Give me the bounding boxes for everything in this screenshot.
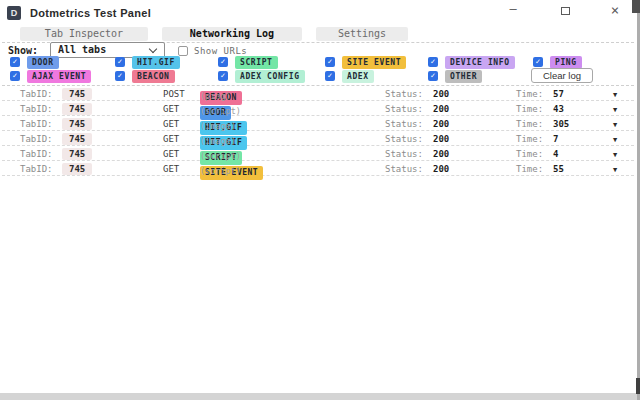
subtype-label: (script) <box>200 151 241 161</box>
tabid-label: TabID: <box>20 119 53 129</box>
log-row: TabID: 745 GET DOOR (script) Status: 200… <box>2 101 634 116</box>
filter-checkbox-device-info[interactable]: ✓ <box>428 57 438 67</box>
method-label: GET <box>163 134 179 144</box>
status-value: 200 <box>433 164 449 174</box>
tab-networking-log[interactable]: Networking Log <box>162 27 302 41</box>
method-label: POST <box>163 89 185 99</box>
filter-badge-other: OTHER <box>445 70 482 83</box>
filter-badge-ping: PING <box>550 56 582 69</box>
tabid-badge: 745 <box>62 118 92 130</box>
filter-item-device-info: ✓ DEVICE INFO <box>428 56 515 68</box>
filter-item-beacon: ✓ BEACON <box>115 70 175 82</box>
tab-bar: Tab Inspector Networking Log Settings <box>20 27 408 41</box>
tabid-badge: 745 <box>62 133 92 145</box>
filter-checkbox-ping[interactable]: ✓ <box>533 57 543 67</box>
filter-badge-script: SCRIPT <box>235 56 278 69</box>
show-label: Show: <box>8 45 38 56</box>
tab-tab-inspector[interactable]: Tab Inspector <box>20 27 148 41</box>
window-title: Dotmetrics Test Panel <box>30 7 151 19</box>
screen-corner-bottom-right <box>636 378 640 394</box>
time-label: Time: <box>516 119 543 129</box>
time-label: Time: <box>516 104 543 114</box>
status-label: Status: <box>385 104 423 114</box>
time-label: Time: <box>516 164 543 174</box>
method-label: GET <box>163 164 179 174</box>
close-button[interactable]: × <box>600 0 630 22</box>
filter-item-other: ✓ OTHER <box>428 70 482 82</box>
tabid-label: TabID: <box>20 89 53 99</box>
filter-checkbox-adex[interactable]: ✓ <box>325 71 335 81</box>
clear-log-button[interactable]: Clear log <box>531 68 593 83</box>
filter-badge-hitgif: HIT.GIF <box>132 56 180 69</box>
filter-badge-adex: ADEX <box>342 70 374 83</box>
filter-badge-adex-config: ADEX CONFIG <box>235 70 305 83</box>
subtype-label: (ping) <box>200 91 231 101</box>
filter-checkbox-ajax-event[interactable]: ✓ <box>10 71 20 81</box>
log-row: TabID: 745 GET SCRIPT (script) Status: 2… <box>2 146 634 161</box>
log-row: TabID: 745 GET HIT.GIF (image) Status: 2… <box>2 116 634 131</box>
expand-row-caret[interactable]: ▼ <box>613 90 617 100</box>
expand-row-caret[interactable]: ▼ <box>613 165 617 175</box>
status-value: 200 <box>433 89 449 99</box>
tabid-label: TabID: <box>20 164 53 174</box>
filter-badge-door: DOOR <box>27 56 59 69</box>
time-value: 57 <box>553 89 564 99</box>
subtype-label: (image) <box>200 136 236 146</box>
status-value: 200 <box>433 134 449 144</box>
filter-checkbox-site-event[interactable]: ✓ <box>325 57 335 67</box>
filter-item-ajax-event: ✓ AJAX EVENT <box>10 70 91 82</box>
filter-badge-device-info: DEVICE INFO <box>445 56 515 69</box>
maximize-button[interactable] <box>550 0 580 22</box>
filter-badge-site-event: SITE EVENT <box>342 56 406 69</box>
app-window: D Dotmetrics Test Panel — × Tab Inspecto… <box>0 0 637 393</box>
filter-item-site-event: ✓ SITE EVENT <box>325 56 406 68</box>
filter-item-adex: ✓ ADEX <box>325 70 374 82</box>
filter-item-hitgif: ✓ HIT.GIF <box>115 56 180 68</box>
network-log-list: TabID: 745 POST BEACON (ping) Status: 20… <box>2 86 634 176</box>
filter-badge-ajax-event: AJAX EVENT <box>27 70 91 83</box>
subtype-label: (image) <box>200 121 236 131</box>
log-row: TabID: 745 POST BEACON (ping) Status: 20… <box>2 86 634 101</box>
time-label: Time: <box>516 149 543 159</box>
filter-checkbox-beacon[interactable]: ✓ <box>115 71 125 81</box>
expand-row-caret[interactable]: ▼ <box>613 105 617 115</box>
filter-checkbox-door[interactable]: ✓ <box>10 57 20 67</box>
minimize-button[interactable]: — <box>498 0 528 22</box>
method-label: GET <box>163 119 179 129</box>
status-label: Status: <box>385 119 423 129</box>
filter-checkbox-script[interactable]: ✓ <box>218 57 228 67</box>
tab-settings[interactable]: Settings <box>316 27 408 41</box>
time-value: 7 <box>553 134 558 144</box>
filter-item-adex-config: ✓ ADEX CONFIG <box>218 70 305 82</box>
screen-corner-top-right <box>632 0 640 13</box>
filter-item-door: ✓ DOOR <box>10 56 59 68</box>
expand-row-caret[interactable]: ▼ <box>613 150 617 160</box>
tabid-badge: 745 <box>62 163 92 175</box>
tabid-badge: 745 <box>62 148 92 160</box>
subtype-label: (script) <box>200 106 241 116</box>
time-value: 55 <box>553 164 564 174</box>
time-label: Time: <box>516 134 543 144</box>
filter-badge-beacon: BEACON <box>132 70 175 83</box>
tabid-badge: 745 <box>62 88 92 100</box>
expand-row-caret[interactable]: ▼ <box>613 135 617 145</box>
expand-row-caret[interactable]: ▼ <box>613 120 617 130</box>
tab-filter-select-value: All tabs <box>58 44 106 55</box>
time-value: 43 <box>553 104 564 114</box>
time-value: 305 <box>553 119 569 129</box>
filter-item-ping: ✓ PING <box>533 56 582 68</box>
filter-checkbox-adex-config[interactable]: ✓ <box>218 71 228 81</box>
status-value: 200 <box>433 104 449 114</box>
app-icon: D <box>7 6 21 20</box>
tabid-label: TabID: <box>20 134 53 144</box>
log-row: TabID: 745 GET HIT.GIF (image) Status: 2… <box>2 131 634 146</box>
show-urls-checkbox[interactable] <box>178 46 188 56</box>
time-label: Time: <box>516 89 543 99</box>
status-value: 200 <box>433 149 449 159</box>
chevron-down-icon <box>149 45 157 53</box>
maximize-icon <box>561 7 570 15</box>
filter-checkbox-hitgif[interactable]: ✓ <box>115 57 125 67</box>
tabid-badge: 745 <box>62 103 92 115</box>
status-label: Status: <box>385 149 423 159</box>
filter-checkbox-other[interactable]: ✓ <box>428 71 438 81</box>
